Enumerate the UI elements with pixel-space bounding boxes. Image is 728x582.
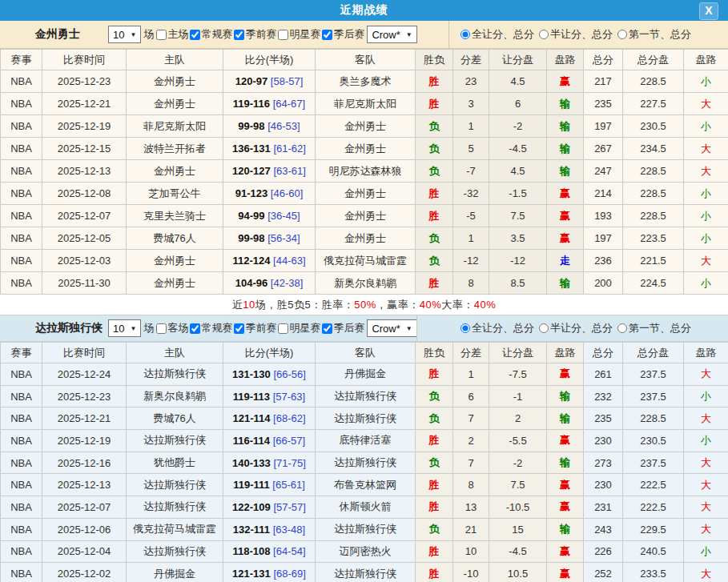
checkbox-allstar[interactable]: 明星赛 (276, 321, 320, 335)
recent-results-dialog: 近期战绩 X 金州勇士10▼场主场常规赛季前赛明星赛季后赛Crow*▼全让分、总… (0, 0, 728, 582)
radio-first-quarter-total[interactable]: 第一节、总分 (617, 27, 691, 42)
cell-league: NBA (1, 183, 42, 205)
cell-home-team: 达拉斯独行侠 (127, 540, 223, 563)
cell-league: NBA (1, 496, 42, 519)
radio-full-handicap-total[interactable]: 全让分、总分 (461, 321, 534, 335)
cell-league: NBA (1, 115, 42, 138)
radio-full-handicap-total-input[interactable] (461, 323, 470, 333)
checkbox-home-venue[interactable]: 主场 (155, 27, 188, 42)
halftime-score: [64-54] (273, 545, 305, 557)
close-button[interactable]: X (699, 2, 718, 20)
games-count-select[interactable]: 10▼ (108, 319, 141, 337)
final-score: 91-123 (235, 187, 267, 199)
table-row: NBA2025-12-21费城76人121-114 [68-62]达拉斯独行侠负… (1, 407, 728, 430)
checkbox-preseason-input[interactable] (234, 323, 244, 334)
summary-segment: 40% (420, 299, 442, 311)
final-score: 119-116 (233, 98, 270, 110)
cell-score: 119-111 [65-61] (223, 474, 316, 496)
checkbox-away-venue[interactable]: 客场 (155, 321, 188, 335)
cell-away-team: 俄克拉荷马城雷霆 (316, 250, 416, 272)
radio-half-handicap-total[interactable]: 半让分、总分 (539, 27, 613, 42)
table-row: NBA2025-12-23新奥尔良鹈鹕119-113 [57-63]达拉斯独行侠… (1, 385, 728, 407)
checkbox-preseason[interactable]: 季前赛 (232, 321, 276, 335)
radio-full-handicap-total-input[interactable] (461, 30, 470, 39)
cell-total-line: 233.5 (623, 563, 684, 582)
checkbox-regular-season[interactable]: 常规赛 (188, 321, 232, 335)
cell-over-under: 小 (684, 205, 728, 227)
cell-total-points: 226 (584, 540, 623, 563)
final-score: 119-113 (233, 391, 270, 403)
column-header: 盘路 (684, 50, 728, 70)
column-header: 总分盘 (623, 50, 684, 70)
cell-handicap-line: 15 (489, 518, 547, 540)
cell-result: 胜 (416, 272, 453, 295)
market-type-select[interactable]: Crow*▼ (367, 26, 416, 43)
cell-away-team: 达拉斯独行侠 (316, 452, 416, 474)
market-type-select-value: Crow* (372, 29, 400, 41)
cell-handicap-line: 6 (489, 93, 547, 115)
checkbox-regular-season-input[interactable] (190, 323, 200, 334)
final-score: 104-96 (235, 277, 267, 289)
cell-over-under: 小 (684, 385, 728, 407)
column-header: 总分 (584, 343, 623, 363)
column-header: 比分(半场) (223, 343, 316, 363)
radio-half-handicap-total-input[interactable] (539, 30, 549, 39)
radio-first-quarter-total-input[interactable] (617, 30, 627, 39)
radio-first-quarter-total[interactable]: 第一节、总分 (617, 321, 691, 335)
table-row: NBA2025-12-19菲尼克斯太阳99-98 [46-53]金州勇士负1-2… (1, 115, 728, 138)
cell-total-line: 221.5 (623, 250, 684, 272)
radio-full-handicap-total[interactable]: 全让分、总分 (461, 27, 534, 42)
checkbox-allstar-input[interactable] (278, 30, 288, 40)
cell-result: 胜 (416, 430, 453, 452)
table-header-row: 赛事比赛时间主队比分(半场)客队胜负分差让分盘盘路总分总分盘盘路 (1, 50, 728, 70)
column-header: 主队 (127, 343, 223, 363)
column-header: 让分盘 (489, 343, 547, 363)
checkbox-regular-season-input[interactable] (190, 30, 200, 40)
cell-total-points: 267 (584, 138, 623, 160)
cell-total-points: 230 (584, 474, 623, 496)
results-table-mavericks: 赛事比赛时间主队比分(半场)客队胜负分差让分盘盘路总分总分盘盘路NBA2025-… (0, 342, 728, 582)
cell-date: 2025-12-07 (42, 205, 127, 227)
halftime-score: [44-63] (273, 255, 305, 267)
checkbox-regular-season[interactable]: 常规赛 (188, 27, 232, 42)
radio-half-handicap-total-label: 半让分、总分 (550, 27, 613, 42)
cell-home-team: 达拉斯独行侠 (127, 474, 223, 496)
checkbox-home-venue-input[interactable] (156, 30, 167, 40)
market-type-select[interactable]: Crow*▼ (367, 319, 416, 337)
table-row: NBA2025-12-24达拉斯独行侠131-130 [66-56]丹佛掘金胜1… (1, 363, 728, 386)
halftime-score: [66-57] (273, 435, 305, 447)
checkbox-playoffs[interactable]: 季后赛 (320, 321, 364, 335)
cell-away-team: 明尼苏达森林狼 (316, 160, 416, 183)
cell-result: 负 (416, 407, 453, 430)
checkbox-playoffs[interactable]: 季后赛 (320, 27, 364, 42)
column-header: 比分(半场) (223, 50, 316, 70)
checkbox-allstar-input[interactable] (278, 323, 288, 334)
cell-date: 2025-12-03 (42, 250, 127, 272)
checkbox-away-venue-input[interactable] (156, 323, 167, 334)
checkbox-preseason[interactable]: 季前赛 (232, 27, 276, 42)
radio-half-handicap-total[interactable]: 半让分、总分 (539, 321, 613, 335)
checkbox-playoffs-input[interactable] (322, 30, 332, 40)
radio-first-quarter-total-input[interactable] (617, 323, 627, 333)
cell-score: 120-97 [58-57] (223, 70, 316, 93)
games-count-select[interactable]: 10▼ (108, 26, 141, 43)
cell-away-team: 金州勇士 (316, 205, 416, 227)
checkbox-allstar-label: 明星赛 (289, 27, 320, 42)
checkbox-preseason-input[interactable] (234, 30, 244, 40)
checkbox-playoffs-input[interactable] (322, 323, 332, 334)
cell-handicap-line: 7.5 (489, 474, 547, 496)
cell-away-team: 丹佛掘金 (316, 363, 416, 386)
checkbox-allstar[interactable]: 明星赛 (276, 27, 320, 42)
dialog-title: 近期战绩 (340, 3, 388, 18)
cell-over-under: 大 (684, 363, 728, 386)
radio-half-handicap-total-input[interactable] (539, 323, 549, 333)
cell-date: 2025-12-21 (42, 93, 127, 115)
halftime-score: [66-56] (273, 368, 305, 380)
halftime-score: [68-69] (273, 568, 305, 580)
cell-score: 122-109 [57-57] (223, 496, 316, 519)
column-header: 比赛时间 (42, 50, 127, 70)
final-score: 121-131 (232, 568, 271, 580)
cell-result: 胜 (416, 474, 453, 496)
cell-handicap-result: 输 (547, 138, 584, 160)
halftime-score: [58-57] (271, 75, 303, 87)
